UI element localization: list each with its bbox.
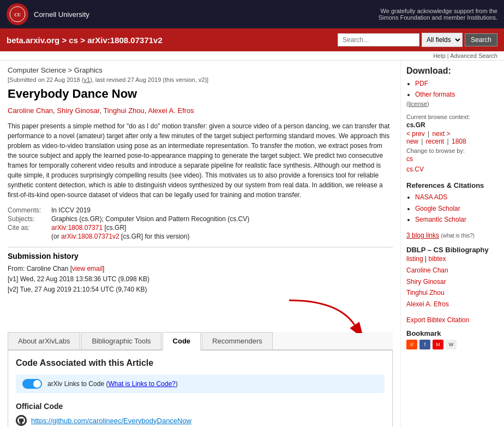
download-list: PDF Other formats: [406, 78, 499, 100]
tab-recommenders[interactable]: Recommenders: [202, 332, 273, 349]
top-banner: CU Cornell University We gratefully ackn…: [0, 0, 504, 28]
dblp-author-2[interactable]: Shiry Ginosar: [406, 276, 499, 287]
github-url-link[interactable]: https://github.com/carolineec/EverybodyD…: [31, 417, 191, 425]
arrow-svg: [273, 295, 371, 333]
cite-as-row: Cite as: arXiv:1808.07371 [cs.GR]: [8, 224, 393, 232]
code-section-title: Code Associated with this Article: [16, 358, 385, 368]
view-email-link[interactable]: view email: [72, 265, 103, 272]
submission-history: From: Caroline Chan [view email] [v1] We…: [8, 264, 393, 295]
search-button[interactable]: Search: [465, 33, 497, 46]
cs-browse-link[interactable]: cs: [406, 154, 499, 164]
support-text: We gratefully acknowledge support from t…: [377, 8, 497, 21]
license-info: (license): [406, 100, 499, 107]
tab-bibliographic[interactable]: Bibliographic Tools: [81, 332, 161, 349]
author-4[interactable]: Alexei A. Efros: [148, 106, 194, 115]
current-browse-label: Current browse context:: [406, 114, 499, 120]
mendeley-bookmark[interactable]: M: [433, 340, 443, 349]
subjects-label: Subjects:: [8, 215, 51, 223]
blog-what-is: (what is this?): [441, 233, 475, 239]
recent-link[interactable]: recent: [426, 138, 444, 145]
logo-area: CU Cornell University: [7, 3, 377, 25]
right-sidebar: Download: PDF Other formats (license) Cu…: [400, 61, 504, 427]
subjects-value: Graphics (cs.GR); Computer Vision and Pa…: [51, 215, 249, 223]
abstract: This paper presents a simple method for …: [8, 121, 393, 200]
links-to-code-toggle[interactable]: [22, 379, 42, 389]
dblp-links: listing | bibtex: [406, 255, 499, 263]
meta-table: Comments: In ICCV 2019 Subjects: Graphic…: [8, 206, 393, 240]
svg-text:CU: CU: [14, 13, 21, 17]
advanced-search-link[interactable]: Advanced Search: [450, 52, 497, 59]
references-section: References & Citations NASA ADS Google S…: [406, 181, 499, 225]
cs-cv-browse-link[interactable]: cs.CV: [406, 164, 499, 175]
facebook-bookmark[interactable]: f: [419, 340, 430, 349]
nav-breadcrumb: beta.arxiv.org > cs > arXiv:1808.07371v2: [7, 35, 163, 45]
cite-link-1[interactable]: arXiv:1808.07371: [51, 224, 103, 232]
nav-bar: beta.arxiv.org > cs > arXiv:1808.07371v2…: [0, 28, 504, 51]
links-to-code-link[interactable]: What is Links to Code?: [108, 380, 175, 388]
tab-code[interactable]: Code: [163, 332, 201, 351]
author-1[interactable]: Caroline Chan: [8, 106, 53, 115]
v1-link[interactable]: v1: [83, 76, 90, 83]
tabs-bar: About arXivLabs Bibliographic Tools Code…: [8, 332, 393, 351]
other-formats-link[interactable]: Other formats: [415, 91, 455, 98]
from-line: From: Caroline Chan [view email]: [8, 264, 393, 274]
submission-history-title: Submission history: [8, 247, 393, 260]
nasa-ads-link[interactable]: NASA ADS: [415, 193, 447, 201]
reddit-bookmark[interactable]: r/: [406, 340, 417, 349]
cite-as-value: arXiv:1808.07371 [cs.GR]: [51, 224, 126, 232]
submission-info: [Submitted on 22 Aug 2018 (v1), last rev…: [8, 76, 393, 83]
ref-title: References & Citations: [406, 181, 499, 189]
dblp-author-3[interactable]: Tinghui Zhou: [406, 287, 499, 298]
change-browse-links: cs cs.CV: [406, 154, 499, 175]
search-input[interactable]: [338, 33, 419, 46]
content-breadcrumb: Computer Science > Graphics: [8, 66, 393, 74]
wiki-bookmark[interactable]: W: [446, 340, 457, 349]
github-icon: [16, 415, 27, 426]
official-code-title: Official Code: [16, 402, 385, 411]
author-3[interactable]: Tinghui Zhou: [103, 106, 144, 115]
dblp-listing-link[interactable]: listing: [406, 255, 423, 263]
prev-link[interactable]: < prev: [406, 130, 425, 138]
browse-nav: < prev | next > new | recent | 1808: [406, 130, 499, 145]
bookmark-title: Bookmark: [406, 329, 499, 337]
dblp-authors: Caroline Chan Shiry Ginosar Tinghui Zhou…: [406, 265, 499, 310]
github-link-row: https://github.com/carolineec/EverybodyD…: [16, 415, 385, 426]
browse-context-section: Current browse context: cs.GR < prev | n…: [406, 114, 499, 175]
bookmark-section: Bookmark r/ f M W: [406, 329, 499, 349]
license-link[interactable]: license: [409, 100, 427, 107]
blog-links-link[interactable]: 3 blog links: [406, 232, 439, 239]
help-link[interactable]: Help: [433, 52, 446, 59]
dblp-title: DBLP – CS Bibliography: [406, 246, 499, 254]
cornell-logo: CU: [7, 3, 28, 25]
toggle-row: arXiv Links to Code (What is Links to Co…: [16, 375, 385, 393]
blog-links-section: 3 blog links (what is this?): [406, 232, 499, 239]
authors-list: Caroline Chan, Shiry Ginosar, Tinghui Zh…: [8, 106, 393, 115]
help-bar: Help | Advanced Search: [0, 51, 504, 61]
download-section: Download: PDF Other formats (license): [406, 66, 499, 107]
dblp-section: DBLP – CS Bibliography listing | bibtex …: [406, 246, 499, 310]
graphics-label: Graphics: [74, 66, 103, 74]
author-2[interactable]: Shiry Ginosar: [57, 106, 99, 115]
university-name: Cornell University: [34, 10, 89, 19]
cs-link[interactable]: Computer Science: [8, 66, 66, 74]
comments-value: In ICCV 2019: [51, 206, 91, 214]
browse-id-link[interactable]: 1808: [452, 138, 466, 145]
comments-row: Comments: In ICCV 2019: [8, 206, 393, 214]
tab-about[interactable]: About arXivLabs: [8, 332, 80, 349]
main-content: Computer Science > Graphics [Submitted o…: [0, 61, 400, 427]
google-scholar-link[interactable]: Google Scholar: [415, 205, 460, 212]
export-bibtex-link[interactable]: Export Bibtex Citation: [406, 316, 469, 324]
dblp-author-4[interactable]: Alexei A. Efros: [406, 299, 499, 310]
new-link[interactable]: new: [406, 138, 418, 145]
subjects-row: Subjects: Graphics (cs.GR); Computer Vis…: [8, 215, 393, 223]
bookmark-icons: r/ f M W: [406, 340, 499, 349]
pdf-link[interactable]: PDF: [415, 80, 428, 87]
dblp-author-1[interactable]: Caroline Chan: [406, 265, 499, 276]
code-section: Code Associated with this Article arXiv …: [8, 351, 393, 427]
next-link[interactable]: next >: [432, 130, 450, 138]
dblp-bibtex-link[interactable]: bibtex: [428, 255, 446, 263]
paper-title: Everybody Dance Now: [8, 86, 393, 102]
cite-link-2[interactable]: arXiv:1808.07371v2: [61, 233, 119, 240]
field-select[interactable]: All fields Title Author Abstract: [422, 33, 463, 47]
semantic-scholar-link[interactable]: Semantic Scholar: [415, 216, 466, 223]
